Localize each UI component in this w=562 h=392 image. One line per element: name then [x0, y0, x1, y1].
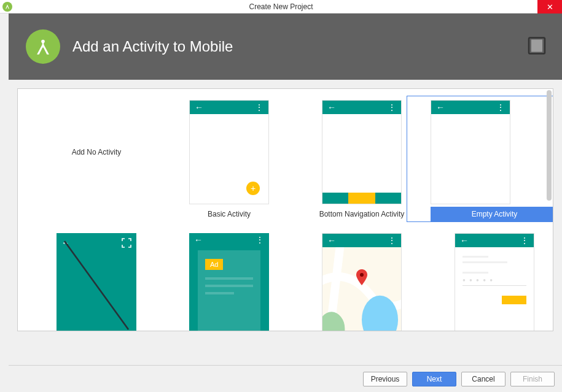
android-studio-logo-icon — [26, 29, 60, 64]
back-arrow-icon: ← — [194, 235, 203, 245]
close-icon: ✕ — [547, 2, 553, 12]
template-empty-activity[interactable]: ←⋮ Empty Activity — [431, 100, 553, 222]
overflow-icon: ⋮ — [256, 238, 264, 242]
template-thumb-maps: ←⋮ — [322, 233, 402, 331]
fab-icon: + — [246, 182, 260, 195]
cancel-button[interactable]: Cancel — [461, 372, 505, 386]
window-close-button[interactable]: ✕ — [537, 0, 562, 13]
login-button-icon — [502, 296, 526, 304]
template-login-activity[interactable]: ←⋮ ● ● ● ● ● — [431, 233, 553, 331]
next-button[interactable]: Next — [412, 372, 456, 386]
phone-device-icon — [513, 37, 550, 57]
template-google-maps-activity[interactable]: ←⋮ — [298, 233, 426, 331]
window-title: Create New Project — [0, 2, 562, 11]
template-label: Basic Activity — [208, 210, 251, 218]
svg-rect-2 — [531, 40, 542, 52]
template-basic-activity[interactable]: ←⋮ + Basic Activity — [165, 100, 293, 222]
template-fullscreen-activity[interactable]: ← — [33, 233, 160, 331]
wizard-footer: Previous Next Cancel Finish — [9, 365, 562, 392]
template-thumb-basic: ←⋮ + — [189, 100, 269, 204]
scrollbar[interactable] — [547, 90, 552, 201]
template-thumb-bottomnav: ←⋮ — [322, 100, 402, 204]
titlebar: Create New Project ✕ — [0, 0, 562, 13]
overflow-icon: ⋮ — [388, 239, 396, 242]
svg-point-7 — [360, 273, 364, 277]
back-arrow-icon: ← — [436, 102, 445, 112]
template-thumb-admob: ←⋮ Ad — [189, 233, 269, 331]
overflow-icon: ⋮ — [255, 106, 263, 109]
back-arrow-icon: ← — [327, 102, 336, 112]
bottom-nav-icon — [322, 193, 401, 204]
template-label: Add No Activity — [72, 148, 122, 156]
template-gallery: Add No Activity ←⋮ + Basic Activity ←⋮ B… — [17, 88, 553, 331]
overflow-icon: ⋮ — [520, 239, 529, 242]
svg-line-3 — [64, 241, 128, 329]
wizard-header: Add an Activity to Mobile — [9, 13, 562, 80]
overflow-icon: ⋮ — [388, 106, 396, 109]
template-thumb-fullscreen: ← — [57, 233, 136, 331]
map-pin-icon — [356, 269, 368, 287]
template-thumb-empty: ←⋮ — [431, 100, 510, 204]
back-arrow-icon: ← — [460, 236, 469, 245]
ad-badge-icon: Ad — [205, 259, 223, 270]
back-arrow-icon: ← — [327, 236, 336, 245]
overflow-icon: ⋮ — [496, 106, 505, 109]
wizard-title: Add an Activity to Mobile — [72, 38, 233, 55]
previous-button[interactable]: Previous — [363, 372, 407, 386]
template-admob-activity[interactable]: ←⋮ Ad — [165, 233, 293, 331]
template-thumb-login: ←⋮ ● ● ● ● ● — [455, 233, 534, 331]
finish-button: Finish — [510, 372, 555, 386]
back-arrow-icon: ← — [195, 102, 203, 112]
template-label: Empty Activity — [472, 210, 518, 218]
template-label: Bottom Navigation Activity — [319, 210, 405, 218]
template-add-no-activity[interactable]: Add No Activity — [33, 100, 160, 222]
